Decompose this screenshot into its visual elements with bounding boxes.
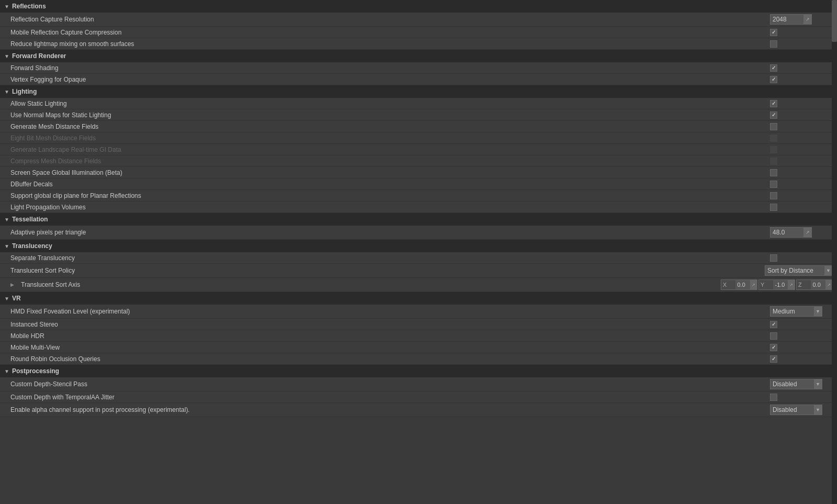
axis-label-y: Y [759, 280, 774, 289]
input-reflection-capture-resolution[interactable]: 2048 ↗ [770, 14, 812, 25]
expand-translucent-sort-axis-x[interactable]: ↗ [750, 280, 757, 289]
value-enable-alpha-channel-support: Disabled [770, 406, 813, 413]
control-forward-shading [770, 64, 833, 72]
vector-field-z[interactable]: Z 0.0 ↗ [796, 279, 833, 290]
scrollbar-track [832, 0, 837, 417]
collapse-arrow-reflections: ▼ [4, 4, 9, 9]
control-dbuffer-decals [770, 181, 833, 188]
checkbox-custom-depth-temporal-aa-jitter[interactable] [770, 394, 777, 401]
control-adaptive-pixels-per-triangle: 48.0 ↗ [770, 227, 833, 238]
label-dbuffer-decals: DBuffer Decals [10, 181, 770, 188]
checkbox-mobile-reflection-capture-compression[interactable] [770, 29, 777, 36]
input-adaptive-pixels-per-triangle[interactable]: 48.0 ↗ [770, 227, 812, 238]
label-reduce-lightmap-mixing: Reduce lightmap mixing on smooth surface… [10, 40, 770, 48]
row-enable-alpha-channel-support: Enable alpha channel support in post pro… [0, 403, 837, 417]
checkbox-separate-translucency[interactable] [770, 254, 777, 262]
control-enable-alpha-channel-support: Disabled ▼ [770, 405, 833, 415]
dropdown-arrow-enable-alpha-channel-support[interactable]: ▼ [813, 405, 822, 415]
section-label-lighting: Lighting [12, 88, 37, 95]
control-eight-bit-mesh-distance-fields [770, 135, 833, 142]
expand-translucent-sort-axis-y[interactable]: ↗ [787, 280, 795, 289]
checkbox-forward-shading[interactable] [770, 64, 777, 72]
row-round-robin-occlusion-queries: Round Robin Occlusion Queries [0, 353, 837, 365]
checkbox-mobile-multi-view[interactable] [770, 344, 777, 351]
collapse-arrow-vr: ▼ [4, 296, 9, 301]
dropdown-arrow-hmd-fixed-foveation-level[interactable]: ▼ [813, 307, 822, 316]
checkbox-screen-space-global-illumination[interactable] [770, 169, 777, 176]
dropdown-arrow-custom-depth-stencil-pass[interactable]: ▼ [813, 379, 822, 389]
section-header-tessellation[interactable]: ▼ Tessellation [0, 213, 837, 226]
control-hmd-fixed-foveation-level: Medium ▼ [770, 306, 833, 317]
checkbox-light-propagation-volumes[interactable] [770, 204, 777, 211]
control-mobile-multi-view [770, 344, 833, 351]
row-forward-shading: Forward Shading [0, 62, 837, 74]
vector-field-y[interactable]: Y -1.0 ↗ [758, 279, 795, 290]
dropdown-hmd-fixed-foveation-level[interactable]: Medium ▼ [770, 306, 822, 317]
label-custom-depth-temporal-aa-jitter: Custom Depth with TemporalAA Jitter [10, 394, 770, 401]
control-mobile-hdr [770, 332, 833, 340]
dropdown-translucent-sort-policy[interactable]: Sort by Distance ▼ [765, 265, 833, 276]
expand-translucent-sort-axis-z[interactable]: ↗ [825, 280, 832, 289]
section-header-lighting[interactable]: ▼ Lighting [0, 85, 837, 98]
vector-field-x[interactable]: X 0.0 ↗ [721, 279, 757, 290]
row-light-propagation-volumes: Light Propagation Volumes [0, 201, 837, 213]
section-header-translucency[interactable]: ▼ Translucency [0, 240, 837, 252]
label-generate-landscape-realtime-gi: Generate Landscape Real-time GI Data [10, 146, 770, 153]
row-reduce-lightmap-mixing: Reduce lightmap mixing on smooth surface… [0, 38, 837, 50]
section-header-postprocessing[interactable]: ▼ Postprocessing [0, 365, 837, 377]
value-translucent-sort-axis-z: 0.0 [811, 282, 825, 288]
row-dbuffer-decals: DBuffer Decals [0, 178, 837, 190]
label-allow-static-lighting: Allow Static Lighting [10, 100, 770, 107]
row-vertex-fogging-opaque: Vertex Fogging for Opaque [0, 74, 837, 85]
section-header-vr[interactable]: ▼ VR [0, 292, 837, 305]
checkbox-instanced-stereo[interactable] [770, 321, 777, 328]
vector-translucent-sort-axis: X 0.0 ↗ Y -1.0 ↗ Z 0.0 ↗ [721, 279, 833, 290]
checkbox-reduce-lightmap-mixing[interactable] [770, 40, 777, 48]
row-allow-static-lighting: Allow Static Lighting [0, 98, 837, 109]
checkbox-use-normal-maps-static-lighting[interactable] [770, 111, 777, 119]
value-custom-depth-stencil-pass: Disabled [770, 380, 813, 388]
checkbox-vertex-fogging-opaque[interactable] [770, 76, 777, 83]
label-reflection-capture-resolution: Reflection Capture Resolution [10, 16, 770, 23]
value-hmd-fixed-foveation-level: Medium [770, 308, 813, 315]
value-adaptive-pixels-per-triangle: 48.0 [770, 229, 803, 236]
control-instanced-stereo [770, 321, 833, 328]
checkbox-mobile-hdr[interactable] [770, 332, 777, 340]
expand-adaptive-pixels-per-triangle[interactable]: ↗ [803, 228, 811, 237]
control-support-global-clip-plane [770, 192, 833, 199]
label-compress-mesh-distance-fields: Compress Mesh Distance Fields [10, 158, 770, 165]
control-generate-landscape-realtime-gi [770, 146, 833, 153]
label-mobile-reflection-capture-compression: Mobile Reflection Capture Compression [10, 29, 770, 36]
checkbox-support-global-clip-plane[interactable] [770, 192, 777, 199]
label-mobile-hdr: Mobile HDR [10, 332, 770, 340]
section-header-forward-renderer[interactable]: ▼ Forward Renderer [0, 50, 837, 62]
expand-reflection-capture-resolution[interactable]: ↗ [803, 15, 811, 24]
dropdown-custom-depth-stencil-pass[interactable]: Disabled ▼ [770, 379, 822, 389]
control-translucent-sort-axis: X 0.0 ↗ Y -1.0 ↗ Z 0.0 ↗ [721, 279, 833, 290]
label-forward-shading: Forward Shading [10, 64, 770, 72]
control-mobile-reflection-capture-compression [770, 29, 833, 36]
row-hmd-fixed-foveation-level: HMD Fixed Foveation Level (experimental)… [0, 305, 837, 319]
label-instanced-stereo: Instanced Stereo [10, 321, 770, 328]
checkbox-generate-mesh-distance-fields[interactable] [770, 123, 777, 130]
section-header-reflections[interactable]: ▼ Reflections [0, 0, 837, 13]
checkbox-eight-bit-mesh-distance-fields [770, 135, 777, 142]
control-custom-depth-stencil-pass: Disabled ▼ [770, 379, 833, 389]
dropdown-enable-alpha-channel-support[interactable]: Disabled ▼ [770, 405, 822, 415]
label-eight-bit-mesh-distance-fields: Eight Bit Mesh Distance Fields [10, 135, 770, 142]
row-compress-mesh-distance-fields: Compress Mesh Distance Fields [0, 155, 837, 167]
dropdown-arrow-translucent-sort-policy[interactable]: ▼ [824, 266, 832, 275]
row-support-global-clip-plane: Support global clip plane for Planar Ref… [0, 190, 837, 201]
value-translucent-sort-axis-x: 0.0 [736, 282, 750, 288]
scrollbar-thumb[interactable] [832, 0, 837, 42]
checkbox-round-robin-occlusion-queries[interactable] [770, 355, 777, 363]
row-mobile-multi-view: Mobile Multi-View [0, 342, 837, 353]
expand-arrow-translucent-sort-axis[interactable]: ▶ [10, 282, 17, 287]
row-custom-depth-temporal-aa-jitter: Custom Depth with TemporalAA Jitter [0, 391, 837, 403]
label-vertex-fogging-opaque: Vertex Fogging for Opaque [10, 76, 770, 83]
value-translucent-sort-axis-y: -1.0 [774, 282, 788, 288]
axis-label-z: Z [797, 280, 811, 289]
checkbox-compress-mesh-distance-fields [770, 158, 777, 165]
checkbox-allow-static-lighting[interactable] [770, 100, 777, 107]
checkbox-dbuffer-decals[interactable] [770, 181, 777, 188]
